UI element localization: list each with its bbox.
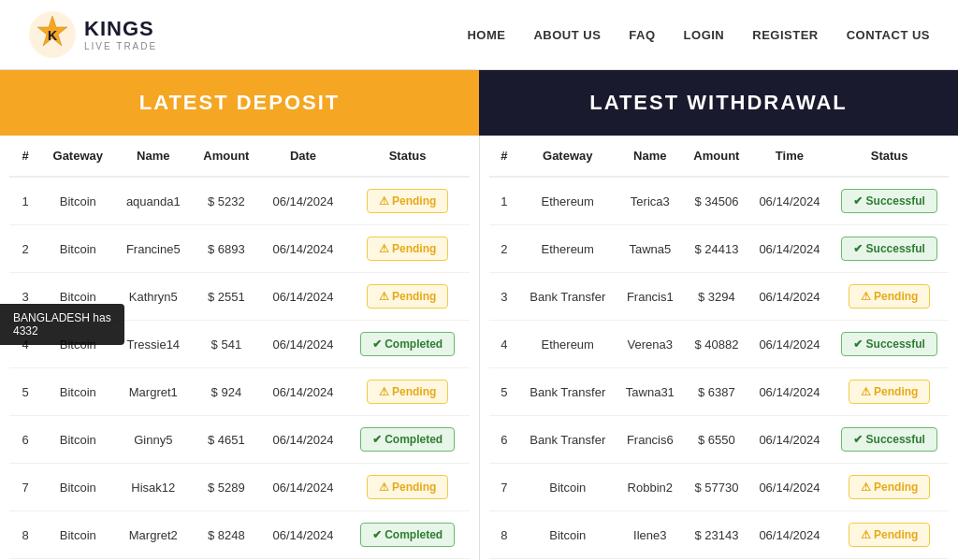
- cell-name: Margret2: [114, 511, 192, 559]
- cell-gateway: Ethereum: [519, 321, 616, 368]
- cell-date: 06/14/2024: [260, 177, 345, 225]
- cell-name: aquanda1: [114, 177, 192, 225]
- withdrawal-table: # Gateway Name Amount Time Status 1 Ethe…: [489, 136, 950, 560]
- nav-link-home[interactable]: HOME: [467, 28, 505, 42]
- table-row: 6 Bank Transfer Francis6 $ 6550 06/14/20…: [489, 416, 950, 464]
- logo-brand-name: KINGS: [84, 18, 157, 40]
- cell-num: 8: [9, 511, 41, 559]
- cell-amount: $ 57730: [684, 464, 749, 511]
- cell-name: Francis6: [617, 416, 685, 464]
- cell-status: Pending: [830, 464, 949, 511]
- cell-status: Successful: [830, 225, 949, 273]
- cell-gateway: Bitcoin: [41, 177, 114, 225]
- deposit-table: # Gateway Name Amount Date Status 1 Bitc…: [9, 136, 470, 560]
- cell-gateway: Ethereum: [519, 225, 616, 273]
- cell-status: Completed: [346, 321, 470, 368]
- cell-name: Francis1: [617, 273, 685, 321]
- status-badge: Successful: [841, 332, 937, 356]
- cell-status: Pending: [830, 273, 949, 321]
- nav-item-register[interactable]: REGISTER: [752, 27, 818, 42]
- cell-num: 7: [489, 464, 520, 511]
- cell-status: Pending: [346, 177, 470, 225]
- cell-date: 06/14/2024: [749, 321, 831, 368]
- cell-num: 3: [489, 273, 520, 321]
- cell-amount: $ 23143: [684, 511, 749, 559]
- cell-gateway: Bitcoin: [41, 368, 114, 416]
- status-badge: Successful: [841, 237, 937, 261]
- cell-date: 06/14/2024: [749, 368, 831, 416]
- cell-name: Hisak12: [114, 464, 192, 511]
- cell-num: 1: [489, 177, 520, 225]
- logo-icon: K: [28, 10, 77, 59]
- status-badge: Pending: [849, 475, 931, 499]
- nav-item-login[interactable]: LOGIN: [684, 27, 725, 42]
- cell-amount: $ 4651: [192, 416, 260, 464]
- status-badge: Completed: [360, 427, 455, 452]
- cell-gateway: Bitcoin: [41, 416, 114, 464]
- cell-status: Pending: [346, 273, 470, 321]
- col-name: Name: [617, 136, 685, 177]
- withdrawal-header: LATEST WITHDRAWAL: [479, 70, 958, 136]
- table-row: 8 Bitcoin Ilene3 $ 23143 06/14/2024 Pend…: [489, 511, 950, 559]
- withdrawal-table-head: # Gateway Name Amount Time Status: [489, 136, 950, 177]
- withdrawal-title: LATEST WITHDRAWAL: [479, 91, 958, 115]
- cell-num: 5: [9, 368, 41, 416]
- table-row: 2 Bitcoin Francine5 $ 6893 06/14/2024 Pe…: [9, 225, 470, 273]
- col-gateway: Gateway: [519, 136, 616, 177]
- table-row: 5 Bitcoin Margret1 $ 924 06/14/2024 Pend…: [9, 368, 470, 416]
- table-row: 8 Bitcoin Margret2 $ 8248 06/14/2024 Com…: [9, 511, 470, 559]
- withdrawal-table-body: 1 Ethereum Terica3 $ 34506 06/14/2024 Su…: [489, 177, 950, 560]
- cell-name: Ginny5: [114, 416, 192, 464]
- cell-status: Completed: [346, 511, 470, 559]
- nav-item-faq[interactable]: FAQ: [629, 27, 655, 42]
- section-headers: LATEST DEPOSIT LATEST WITHDRAWAL: [0, 70, 958, 136]
- nav-link-faq[interactable]: FAQ: [629, 28, 655, 42]
- cell-date: 06/14/2024: [749, 464, 831, 511]
- cell-amount: $ 8248: [192, 511, 260, 559]
- cell-amount: $ 34506: [684, 177, 749, 225]
- deposit-table-panel: # Gateway Name Amount Date Status 1 Bitc…: [0, 136, 479, 560]
- cell-date: 06/14/2024: [749, 273, 831, 321]
- cell-gateway: Bank Transfer: [519, 416, 616, 464]
- table-row: 1 Ethereum Terica3 $ 34506 06/14/2024 Su…: [489, 177, 950, 225]
- cell-name: Francine5: [114, 225, 192, 273]
- deposit-header: LATEST DEPOSIT: [0, 70, 479, 136]
- nav-item-about[interactable]: ABOUT US: [533, 27, 601, 42]
- cell-date: 06/14/2024: [260, 273, 345, 321]
- cell-date: 06/14/2024: [260, 225, 345, 273]
- cell-amount: $ 924: [192, 368, 260, 416]
- cell-name: Margret1: [114, 368, 192, 416]
- cell-status: Pending: [346, 368, 470, 416]
- nav-link-contact[interactable]: CONTACT US: [847, 28, 930, 42]
- cell-date: 06/14/2024: [749, 225, 831, 273]
- cell-amount: $ 5232: [192, 177, 260, 225]
- cell-date: 06/14/2024: [260, 511, 345, 559]
- nav-link-about[interactable]: ABOUT US: [533, 28, 601, 42]
- cell-status: Pending: [830, 368, 949, 416]
- nav-item-contact[interactable]: CONTACT US: [847, 27, 930, 42]
- cell-num: 8: [489, 511, 520, 559]
- cell-name: Terica3: [617, 177, 685, 225]
- table-row: 6 Bitcoin Ginny5 $ 4651 06/14/2024 Compl…: [9, 416, 470, 464]
- status-badge: Pending: [367, 284, 449, 309]
- nav-link-register[interactable]: REGISTER: [752, 28, 818, 42]
- cell-name: Ilene3: [617, 511, 685, 559]
- table-row: 5 Bank Transfer Tawna31 $ 6387 06/14/202…: [489, 368, 950, 416]
- tables-container: BANGLADESH has 4332 # Gateway Name Amoun…: [0, 136, 958, 560]
- cell-gateway: Bitcoin: [41, 511, 114, 559]
- cell-num: 2: [489, 225, 520, 273]
- cell-date: 06/14/2024: [749, 177, 831, 225]
- status-badge: Successful: [841, 427, 937, 452]
- nav-link-login[interactable]: LOGIN: [684, 28, 725, 42]
- cell-amount: $ 24413: [684, 225, 749, 273]
- cell-name: Tawna31: [617, 368, 685, 416]
- status-badge: Pending: [849, 284, 931, 309]
- cell-status: Successful: [830, 321, 949, 368]
- cell-amount: $ 2551: [192, 273, 260, 321]
- status-badge: Pending: [367, 380, 449, 404]
- cell-date: 06/14/2024: [260, 321, 345, 368]
- col-gateway: Gateway: [41, 136, 114, 177]
- cell-num: 7: [9, 464, 41, 511]
- nav-item-home[interactable]: HOME: [467, 27, 505, 42]
- svg-text:K: K: [48, 28, 57, 43]
